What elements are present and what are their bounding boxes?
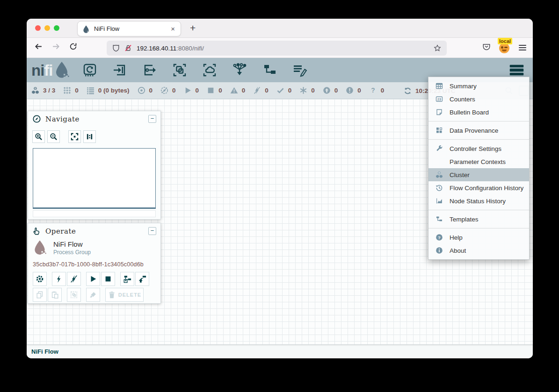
pocket-icon[interactable]	[482, 43, 491, 53]
copy-button[interactable]	[33, 288, 47, 302]
breadcrumb-root[interactable]: NiFi Flow	[31, 348, 58, 355]
menu-item-label: Parameter Contexts	[450, 158, 506, 165]
zoom-in-button[interactable]	[32, 130, 45, 143]
transmitting-ports-count: 0	[149, 87, 153, 94]
menu-item-node-status-history[interactable]: Node Status History	[428, 194, 529, 207]
close-window-button[interactable]	[35, 25, 41, 31]
component-palette	[82, 63, 307, 78]
queued-count: 0 (0 bytes)	[98, 87, 130, 94]
configure-button[interactable]	[33, 272, 47, 286]
disabled-components-count: 0	[265, 87, 269, 94]
shield-icon[interactable]	[112, 44, 120, 52]
menu-item-bulletin-board[interactable]: Bulletin Board	[428, 106, 529, 119]
menu-item-about[interactable]: About	[428, 244, 529, 257]
active-threads-status: 0	[63, 86, 79, 94]
disable-button[interactable]	[67, 272, 81, 286]
bookmark-star-icon[interactable]	[434, 44, 441, 52]
minimize-window-button[interactable]	[44, 25, 50, 31]
menu-item-label: Cluster	[450, 171, 470, 178]
menu-item-counters[interactable]: 23Counters	[428, 93, 529, 106]
forward-button[interactable]	[49, 43, 63, 53]
nifi-global-menu-icon[interactable]	[510, 65, 523, 76]
navigate-collapse-button[interactable]: −	[148, 115, 156, 123]
funnel-component-icon[interactable]	[232, 63, 247, 78]
transmitting-icon	[138, 86, 145, 94]
url-bar[interactable]: 192.168.40.11:8080/nifi/	[107, 41, 447, 56]
paste-button[interactable]	[48, 288, 62, 302]
menu-item-label: About	[450, 247, 466, 254]
reload-button[interactable]	[66, 43, 80, 53]
locally-modified-stale-versioned-status: 0	[346, 86, 361, 94]
menu-item-label: Node Status History	[450, 198, 506, 205]
menu-item-cluster[interactable]: Cluster	[428, 168, 529, 181]
stale-versioned-status: 0	[323, 86, 338, 94]
menu-item-data-provenance[interactable]: Data Provenance	[428, 124, 529, 137]
tab-close-icon[interactable]: ×	[170, 25, 176, 33]
sync-failure-versioned-count: 0	[381, 87, 385, 94]
up-to-date-icon	[276, 86, 284, 94]
template-component-icon[interactable]	[261, 63, 277, 78]
invalid-icon	[230, 86, 238, 94]
new-tab-button[interactable]: +	[186, 21, 199, 35]
browser-tab[interactable]: NiFi Flow ×	[77, 21, 181, 36]
create-template-button[interactable]	[120, 272, 134, 286]
operate-collapse-button[interactable]: −	[148, 227, 156, 235]
nifi-drop-icon	[54, 61, 70, 79]
birdseye-minimap[interactable]	[33, 148, 156, 209]
provenance-icon	[435, 127, 443, 134]
upload-template-button[interactable]	[135, 272, 149, 286]
zoom-fit-button[interactable]	[68, 130, 81, 143]
remote-process-group-component-icon[interactable]	[202, 63, 218, 78]
operate-buttons-row1	[28, 268, 160, 286]
flow-canvas[interactable]: Navigate −	[27, 99, 533, 344]
stop-button[interactable]	[101, 272, 115, 286]
counters-icon: 23	[435, 95, 443, 103]
enable-button[interactable]	[52, 272, 66, 286]
cluster-icon	[31, 86, 39, 94]
active-threads-count: 0	[75, 87, 79, 94]
back-button[interactable]	[31, 43, 45, 53]
menu-item-parameter-contexts[interactable]: Parameter Contexts	[428, 155, 529, 168]
settings-icon	[435, 145, 443, 152]
selection-type: Process Group	[53, 249, 91, 256]
processor-component-icon[interactable]	[82, 63, 98, 78]
maximize-window-button[interactable]	[54, 25, 59, 31]
refresh-icon[interactable]	[404, 87, 412, 95]
color-button[interactable]	[86, 288, 100, 302]
compass-icon	[32, 114, 41, 123]
group-button[interactable]	[67, 288, 81, 302]
profile-avatar[interactable]: local	[499, 42, 510, 53]
browser-titlebar: NiFi Flow × +	[27, 19, 533, 37]
not-transmitting-icon	[160, 86, 168, 94]
breadcrumb-bar: NiFi Flow	[27, 344, 533, 358]
delete-button[interactable]: DELETE	[105, 288, 144, 302]
browser-menu-icon[interactable]	[519, 45, 526, 50]
process-group-component-icon[interactable]	[172, 63, 188, 78]
insecure-lock-icon[interactable]	[124, 44, 132, 52]
url-text[interactable]: 192.168.40.11:8080/nifi/	[137, 45, 434, 52]
delete-label: DELETE	[118, 292, 141, 298]
zoom-actual-size-button[interactable]	[83, 130, 96, 143]
operate-panel-header: Operate −	[28, 223, 160, 237]
operate-panel-title: Operate	[45, 227, 76, 235]
zoom-out-button[interactable]	[47, 130, 60, 143]
menu-item-summary[interactable]: Summary	[428, 79, 529, 93]
logo-ni: ni	[31, 62, 44, 79]
running-components-count: 0	[196, 87, 199, 94]
stale-versioned-count: 0	[334, 87, 338, 94]
output-port-component-icon[interactable]	[142, 63, 158, 78]
transmitting-ports-status: 0	[138, 86, 153, 94]
input-port-component-icon[interactable]	[112, 63, 128, 78]
locally-modified-versioned-count: 0	[311, 87, 315, 94]
menu-item-controller-settings[interactable]: Controller Settings	[428, 142, 529, 155]
svg-text:?: ?	[438, 235, 441, 240]
navigate-panel-title: Navigate	[45, 115, 80, 123]
menu-item-help[interactable]: ?Help	[428, 231, 529, 244]
menu-item-flow-configuration-history[interactable]: Flow Configuration History	[428, 181, 529, 194]
label-component-icon[interactable]	[291, 63, 307, 78]
menu-item-label: Templates	[450, 216, 479, 223]
start-button[interactable]	[86, 272, 100, 286]
menu-item-templates[interactable]: Templates	[428, 213, 529, 226]
operate-panel: Operate − NiFi Flow Process Group 35cbd3…	[28, 223, 161, 304]
menu-item-label: Data Provenance	[450, 127, 498, 134]
